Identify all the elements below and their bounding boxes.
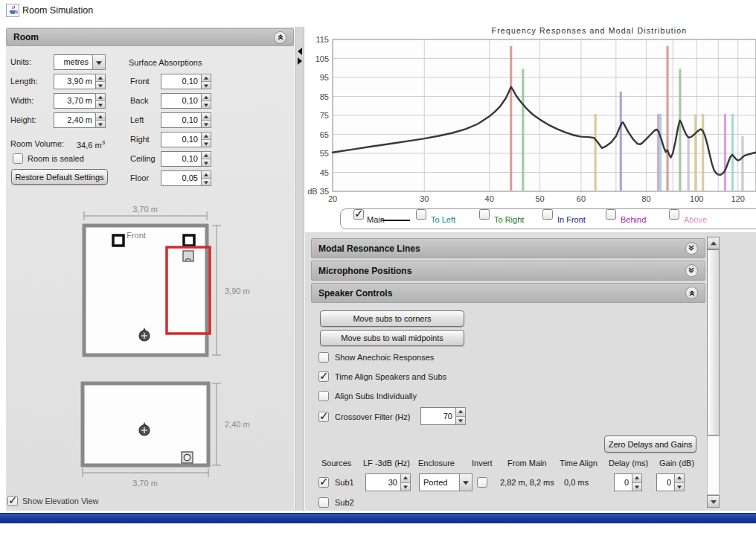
expand-section-icon[interactable] (685, 264, 698, 277)
decrement-icon[interactable] (202, 139, 211, 147)
legend-toright-checkbox[interactable] (479, 209, 490, 220)
sub1-delay-spinner[interactable]: 0 (614, 473, 642, 491)
sub1-icon[interactable] (183, 251, 193, 261)
legend-behind-checkbox[interactable] (606, 209, 616, 220)
sub1-lf3db-spinner[interactable]: 30 (365, 473, 411, 491)
speaker-controls-header[interactable]: Speaker Controls (311, 283, 705, 303)
svg-text:30: 30 (420, 194, 429, 203)
increment-icon[interactable] (202, 171, 211, 178)
decrement-icon[interactable] (202, 159, 211, 166)
right-absorption-spinner[interactable]: 0,10 (161, 132, 211, 147)
increment-icon[interactable] (96, 74, 105, 81)
decrement-icon[interactable] (632, 482, 641, 491)
scroll-down-icon[interactable] (707, 495, 720, 508)
move-subs-corners-button[interactable]: Move subs to corners (320, 310, 464, 327)
sub1-gain-spinner[interactable]: 0 (656, 473, 685, 491)
zero-delays-gains-button[interactable]: Zero Delays and Gains (604, 436, 696, 453)
legend-above-checkbox[interactable] (669, 209, 679, 220)
decrement-icon[interactable] (456, 416, 465, 425)
accordion-scrollbar[interactable] (707, 237, 720, 511)
sub1-invert-checkbox[interactable] (477, 477, 487, 488)
scroll-up-icon[interactable] (707, 237, 720, 249)
left-speaker-icon[interactable] (113, 235, 124, 246)
decrement-icon[interactable] (202, 120, 211, 127)
increment-icon[interactable] (675, 474, 684, 482)
decrement-icon[interactable] (202, 100, 211, 108)
collapse-left-icon[interactable] (298, 48, 302, 55)
show-elevation-checkbox[interactable] (7, 496, 18, 506)
decrement-icon[interactable] (96, 120, 105, 127)
height-spinner[interactable]: 2,40 m (54, 112, 106, 128)
svg-text:95: 95 (320, 73, 329, 82)
right-speaker-icon[interactable] (184, 235, 194, 246)
increment-icon[interactable] (202, 94, 211, 100)
back-absorption-spinner[interactable]: 0,10 (161, 93, 211, 109)
front-absorption-spinner[interactable]: 0,10 (161, 74, 211, 89)
room-sealed-checkbox[interactable] (13, 153, 23, 164)
time-align-checkbox[interactable] (318, 371, 329, 382)
sub1-elevation-icon[interactable] (182, 452, 193, 463)
length-spinner[interactable]: 3,90 m (54, 74, 106, 89)
room-elevation-diagram: 2,40 m 3,70 m (6, 376, 294, 494)
col-gain: Gain (dB) (659, 459, 694, 468)
increment-icon[interactable] (202, 152, 211, 159)
units-select[interactable]: metres (54, 54, 106, 70)
decrement-icon[interactable] (96, 100, 105, 108)
expand-section-icon[interactable] (685, 242, 698, 255)
anechoic-responses-checkbox[interactable] (318, 352, 329, 363)
restore-defaults-button[interactable]: Restore Default Settings (11, 169, 108, 185)
decrement-icon[interactable] (202, 178, 211, 185)
col-sources: Sources (321, 459, 351, 468)
increment-icon[interactable] (202, 133, 211, 139)
decrement-icon[interactable] (96, 81, 105, 89)
decrement-icon[interactable] (401, 482, 410, 491)
length-value[interactable]: 3,90 m (54, 74, 95, 89)
units-value[interactable]: metres (54, 54, 92, 70)
increment-icon[interactable] (456, 408, 465, 416)
collapse-room-icon[interactable] (274, 31, 286, 44)
collapse-section-icon[interactable] (685, 287, 698, 299)
floor-absorption-spinner[interactable]: 0,05 (161, 170, 211, 186)
microphone-positions-header[interactable]: Microphone Positions (311, 261, 705, 281)
legend-toleft-checkbox[interactable] (416, 209, 426, 220)
crossover-frequency-spinner[interactable]: 70 (420, 407, 466, 425)
left-absorption-spinner[interactable]: 0,10 (161, 112, 211, 128)
width-spinner[interactable]: 3,70 m (54, 93, 106, 109)
legend-infront-checkbox[interactable] (542, 209, 553, 220)
panel-splitter[interactable] (295, 27, 304, 511)
height-value[interactable]: 2,40 m (54, 112, 95, 128)
move-subs-midpoints-button[interactable]: Move subs to wall midpoints (320, 330, 464, 346)
chevron-down-icon[interactable] (92, 54, 106, 70)
sub1-enclosure-select[interactable]: Ported (419, 473, 472, 491)
increment-icon[interactable] (202, 74, 211, 81)
increment-icon[interactable] (401, 474, 410, 482)
expand-right-icon[interactable] (298, 57, 302, 65)
modal-resonance-lines-header[interactable]: Modal Resonance Lines (311, 238, 705, 258)
sub1-enable-checkbox[interactable] (318, 477, 329, 488)
increment-icon[interactable] (96, 113, 105, 120)
svg-text:20: 20 (328, 194, 337, 203)
elevation-width-dimension: 3,70 m (132, 479, 158, 488)
ceiling-absorption-spinner[interactable]: 0,10 (161, 151, 211, 167)
sub2-enable-checkbox[interactable] (318, 497, 329, 508)
legend-main-checkbox[interactable] (353, 209, 364, 220)
svg-text:75: 75 (320, 111, 329, 120)
room-panel-header[interactable]: Room (6, 28, 294, 46)
main-line-swatch (382, 220, 410, 222)
col-invert: Invert (472, 459, 493, 468)
decrement-icon[interactable] (202, 81, 211, 89)
chevron-down-icon[interactable] (459, 473, 472, 491)
scrollbar-thumb[interactable] (707, 249, 720, 436)
align-subs-checkbox[interactable] (318, 391, 329, 401)
decrement-icon[interactable] (675, 482, 684, 491)
width-value[interactable]: 3,70 m (54, 93, 95, 109)
crossover-filter-checkbox[interactable] (318, 412, 329, 422)
sub1-from-main: 2,82 m, 8,2 ms (500, 478, 554, 487)
increment-icon[interactable] (632, 474, 641, 482)
scrollbar-track[interactable] (707, 436, 720, 495)
top-view-depth-dimension: 3,90 m (225, 287, 250, 296)
increment-icon[interactable] (96, 94, 105, 100)
svg-text:Frequency Responses and Modal: Frequency Responses and Modal Distributi… (492, 26, 688, 35)
increment-icon[interactable] (202, 113, 211, 120)
frequency-response-panel: Frequency Responses and Modal Distributi… (305, 21, 756, 232)
